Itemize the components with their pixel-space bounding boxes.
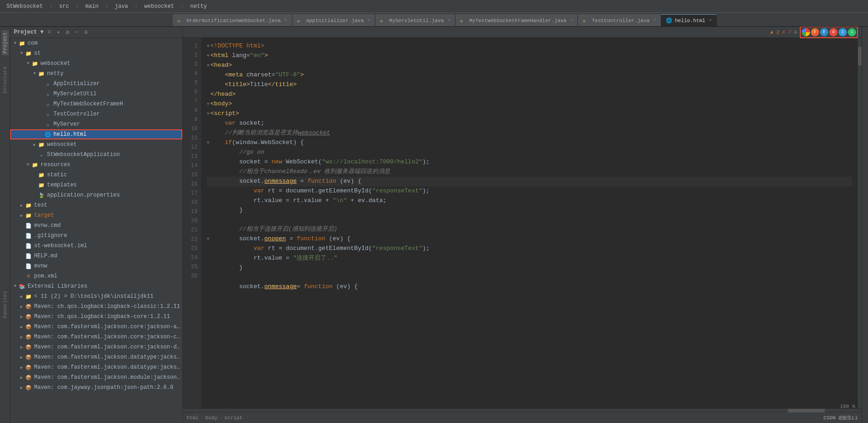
collapse-all-icon[interactable]: ≡: [46, 29, 53, 36]
comment: //判断当前浏览器是否支持websocket: [210, 128, 330, 138]
folder-icon: 📁: [38, 181, 45, 189]
project-header-icons: ≡ ▾ ⚙ — a: [46, 29, 90, 36]
tab-app-close[interactable]: ×: [367, 18, 370, 23]
tree-item-jackson-dt1[interactable]: ▶ 📦 Maven: com.fasterxml.jackson.datatyp…: [10, 352, 182, 362]
tree-item-ext-libs[interactable]: ▼ 📚 External Libraries: [10, 281, 182, 291]
maven-dep-icon-8: 📦: [25, 374, 32, 381]
tree-item-jackson-core[interactable]: ▶ 📦 Maven: com.fasterxml.jackson.core:ja…: [10, 332, 182, 342]
fold-icon[interactable]: ▼: [207, 235, 210, 244]
tree-item-mvnw[interactable]: ▶ 📄 mvnw: [10, 261, 182, 271]
tree-item-jdk[interactable]: ▶ 📁 < 11 (2) > D:\tools\jdk\installjdk11: [10, 291, 182, 301]
tree-item-jackson-data[interactable]: ▶ 📦 Maven: com.fasterxml.jackson.core:ja…: [10, 342, 182, 352]
scroll-icon[interactable]: ▾: [55, 29, 62, 36]
fold-icon[interactable]: ▼: [207, 61, 210, 70]
code-content[interactable]: ▼ <!DOCTYPE html> ▼ <html lang="en" > ▼ …: [201, 38, 858, 408]
arrow: ▶: [38, 81, 44, 87]
file-icon-5: 📄: [25, 262, 32, 270]
top-bar-java[interactable]: java: [112, 2, 131, 11]
top-bar-main[interactable]: main: [82, 2, 101, 11]
fold-icon[interactable]: ▼: [207, 52, 210, 61]
folder-icon: 📁: [25, 212, 32, 219]
fold-icon[interactable]: ▼: [207, 100, 210, 109]
fold-icon[interactable]: ▼: [207, 42, 210, 51]
tree-item-mvnw-cmd[interactable]: ▶ 📄 mvnw.cmd: [10, 220, 182, 231]
top-bar-netty[interactable]: netty: [187, 2, 210, 11]
tab-frame-close[interactable]: ×: [570, 18, 573, 23]
top-bar-project[interactable]: StWebsocket: [4, 2, 46, 11]
firefox-dev-icon[interactable]: F: [811, 28, 819, 36]
comment: //go on: [210, 148, 264, 157]
settings-icon[interactable]: ⚙: [64, 29, 71, 36]
top-bar-websocket[interactable]: websocket: [141, 2, 177, 11]
tab-order-close[interactable]: ×: [285, 18, 287, 23]
minimize-icon[interactable]: —: [73, 29, 81, 36]
java-file-icon-3: ☕: [44, 100, 52, 108]
tree-item-logback-core[interactable]: ▶ 📦 Maven: ch.qos.logback:logback-core:1…: [10, 312, 182, 322]
tab-servlet-close[interactable]: ×: [448, 18, 450, 23]
tab-hello-close[interactable]: ×: [709, 18, 712, 23]
tree-item-websocket2[interactable]: ▶ 📁 websocket: [10, 139, 182, 150]
tab-app[interactable]: ☕ AppInitializer.java ×: [292, 14, 375, 26]
tab-servlet[interactable]: ☕ MyServletUtil.java ×: [375, 14, 455, 26]
breadcrumb-html[interactable]: html: [186, 415, 198, 421]
top-bar-src[interactable]: src: [56, 2, 72, 11]
tree-item-gitignore[interactable]: ▶ 📄 .gitignore: [10, 231, 182, 241]
tab-order[interactable]: ☕ OrderNotificationWebSocket.java ×: [173, 14, 292, 26]
tree-item-jackson-annc[interactable]: ▶ 📦 Maven: com.fasterxml.jackson.core:ja…: [10, 322, 182, 332]
tree-item-logback-classic[interactable]: ▶ 📦 Maven: ch.qos.logback:logback-classi…: [10, 301, 182, 312]
tree-item-jackson-mod[interactable]: ▶ 📦 Maven: com.fasterxml.jackson.module:…: [10, 372, 182, 382]
ie-icon[interactable]: I: [839, 28, 847, 36]
tree-item-com[interactable]: ▼ 📁 com: [10, 38, 182, 48]
tree-item-help[interactable]: ▶ 📄 HELP.md: [10, 251, 182, 261]
java-icon: ☕: [177, 17, 184, 24]
tree-item-mytext[interactable]: ▶ ☕ MyTextWebSocketFrameH: [10, 99, 182, 109]
chrome-icon[interactable]: [802, 28, 810, 36]
fold-icon[interactable]: ▼: [207, 139, 210, 148]
kw: var: [254, 244, 264, 253]
chromium-icon[interactable]: C: [848, 28, 856, 36]
tree-item-hello[interactable]: ▶ 🌐 hello.html: [10, 129, 182, 139]
breadcrumb-body[interactable]: body: [205, 415, 217, 421]
tree-item-test[interactable]: ▶ 📁 test: [10, 200, 182, 210]
edge-icon[interactable]: E: [820, 28, 828, 36]
tree-item-stwebsocket[interactable]: ▶ ☕ StWebsocketApplication: [10, 150, 182, 160]
horizontal-scrollbar-thumb[interactable]: [788, 409, 825, 412]
tab-test[interactable]: ☕ TestController.java ×: [578, 14, 661, 26]
tree-item-myserver[interactable]: ▶ ☕ MyServer: [10, 119, 182, 129]
opera-icon[interactable]: O: [829, 28, 838, 36]
breadcrumb-script[interactable]: script: [224, 415, 243, 421]
tree-item-myservletutil[interactable]: ▶ ☕ MyServletUtil: [10, 89, 182, 99]
editor-scrollbar-thumb[interactable]: [858, 47, 862, 65]
tree-item-target[interactable]: ▶ 📁 target: [10, 210, 182, 220]
tab-frame[interactable]: ☕ MyTextWebSocketFrameHandler.java ×: [455, 14, 578, 26]
structure-tab[interactable]: Structure: [1, 64, 9, 95]
tree-item-websocket[interactable]: ▼ 📁 websocket: [10, 58, 182, 69]
tree-item-netty[interactable]: ▼ 📁 netty: [10, 69, 182, 79]
tree-item-application-props[interactable]: ▶ 🍃 application.properties: [10, 190, 182, 200]
punct: =: [246, 51, 250, 60]
favorites-tab[interactable]: Favorites: [1, 289, 9, 320]
code-editor[interactable]: 12345 678910 1112131415 1617181920 21222…: [183, 38, 862, 408]
tree-item-static[interactable]: ▶ 📁 static: [10, 170, 182, 180]
tree-item-templates[interactable]: ▶ 📁 templates: [10, 180, 182, 190]
tree-item-testcontroller[interactable]: ▶ ☕ TestController: [10, 109, 182, 119]
maven-dep-icon-9: 📦: [25, 384, 32, 391]
tree-item-pom[interactable]: ▶ m pom.xml: [10, 271, 182, 281]
tab-hello[interactable]: 🌐 hello.html ×: [661, 14, 717, 26]
tree-item-appinitializer[interactable]: ▶ ☕ AppInitializer: [10, 79, 182, 89]
tree-item-iml[interactable]: ▶ 📄 st-websocket.iml: [10, 241, 182, 251]
fold-icon[interactable]: ▼: [207, 110, 210, 119]
tree-label-appinitializer: AppInitializer: [53, 81, 100, 87]
status-bar-right: CSDN @放生Li: [823, 414, 858, 421]
tab-test-close[interactable]: ×: [653, 18, 656, 23]
project-tree[interactable]: ▼ 📁 com ▼ 📁 st ▼ 📁 websocket ▼ 📁 netty ▶: [10, 38, 182, 423]
tree-item-resources[interactable]: ▼ 📁 resources: [10, 160, 182, 170]
fold-icon: ▼: [207, 158, 210, 167]
editor-scrollbar[interactable]: [858, 38, 862, 408]
tree-item-jsonpath[interactable]: ▶ 📦 Maven: com.jayway.jsonpath:json-path…: [10, 382, 182, 393]
project-tab[interactable]: Project: [1, 30, 9, 55]
tree-item-st[interactable]: ▼ 📁 st: [10, 48, 182, 58]
expand-icon[interactable]: a: [82, 29, 90, 36]
horizontal-scrollbar[interactable]: [183, 408, 862, 412]
tree-item-jackson-dt2[interactable]: ▶ 📦 Maven: com.fasterxml.jackson.datatyp…: [10, 362, 182, 372]
